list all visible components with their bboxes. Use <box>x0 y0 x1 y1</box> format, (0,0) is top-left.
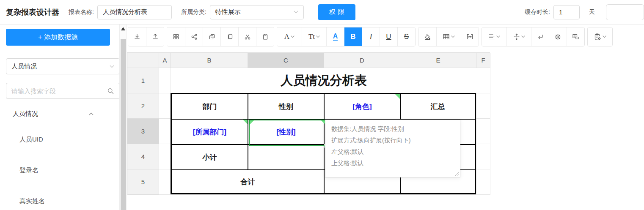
cell-b2[interactable]: 部门 <box>172 94 248 120</box>
cell-f4[interactable] <box>476 144 490 169</box>
cell-c2[interactable]: 性别 <box>248 94 325 120</box>
duplicate-button[interactable] <box>220 27 238 46</box>
col-header-c[interactable]: C <box>248 53 324 68</box>
col-header-b[interactable]: B <box>171 53 248 68</box>
font-color-button[interactable]: A <box>326 27 344 46</box>
fill-color-button[interactable] <box>418 27 436 46</box>
scissors-icon <box>244 33 251 40</box>
cell-b4[interactable]: 小计 <box>172 145 248 170</box>
category-select[interactable]: 特性展示 <box>210 5 304 19</box>
overlapping-cells-icon <box>572 33 579 40</box>
cell-attributes-button[interactable] <box>567 27 584 46</box>
strikethrough-button[interactable]: S <box>397 27 415 46</box>
cell-d2-role-field[interactable]: [角色] <box>325 94 401 120</box>
dataset-section-header[interactable]: 人员情况 <box>0 104 120 124</box>
cache-duration-input[interactable] <box>553 5 580 19</box>
merge-cells-button[interactable] <box>461 27 479 46</box>
dataset-select[interactable]: 人员情况 <box>6 58 120 74</box>
col-header-a[interactable]: A <box>159 53 171 68</box>
share-button[interactable] <box>185 27 203 46</box>
report-title-cell[interactable]: 人员情况分析表 <box>171 68 476 93</box>
cut-button[interactable] <box>238 27 256 46</box>
duplicate-page-icon <box>226 33 233 40</box>
chevron-down-icon <box>521 35 525 38</box>
settings-button[interactable] <box>549 27 567 46</box>
font-family-button[interactable]: A <box>277 27 302 46</box>
topbar-clipped-button[interactable] <box>606 4 644 20</box>
vertical-align-button[interactable] <box>506 27 531 46</box>
col-header-f[interactable]: F <box>476 53 490 68</box>
bold-button[interactable]: B <box>344 27 362 46</box>
col-header-e[interactable]: E <box>400 53 476 68</box>
cell-c4[interactable] <box>248 145 325 170</box>
wrap-return-icon <box>537 33 544 40</box>
field-item-realname[interactable]: 真实姓名 <box>0 186 119 210</box>
wrap-text-button[interactable] <box>531 27 549 46</box>
sidebar-scrollbar[interactable] <box>119 25 127 210</box>
cell-b3-label: [所属部门] <box>193 127 226 137</box>
copy-button[interactable] <box>203 27 220 46</box>
italic-label: I <box>370 33 372 41</box>
export-download-button[interactable] <box>128 27 146 46</box>
datasource-sidebar: + 添加数据源 人员情况 人员情况 人员UID 登录名 真实姓名 <box>0 25 127 210</box>
strikethrough-label: S <box>404 33 409 41</box>
chevron-up-icon <box>89 112 94 115</box>
horizontal-align-button[interactable] <box>482 27 506 46</box>
underline-button[interactable]: U <box>380 27 397 46</box>
paste-options-button[interactable] <box>588 27 612 46</box>
cell-e2[interactable]: 汇总 <box>401 94 475 120</box>
cell-b5-total[interactable]: 合计 <box>172 170 325 193</box>
tooltip-line-left-parent: 左父格:默认 <box>331 146 454 158</box>
chevron-down-icon <box>496 35 500 38</box>
field-item-uid[interactable]: 人员UID <box>0 124 119 155</box>
field-search-input[interactable] <box>11 87 107 95</box>
row-header-5[interactable]: 5 <box>127 169 159 195</box>
merge-cells-icon <box>466 33 473 40</box>
cell-a1[interactable] <box>159 68 171 93</box>
row-header-2[interactable]: 2 <box>127 93 159 119</box>
expand-marker-icon <box>395 94 400 99</box>
grid-corner[interactable] <box>127 53 159 68</box>
app-title: 复杂报表设计器 <box>6 7 59 17</box>
cell-f1[interactable] <box>476 68 490 93</box>
cell-f5[interactable] <box>476 169 490 195</box>
cell-a5[interactable] <box>159 169 171 195</box>
search-icon <box>107 87 114 95</box>
cache-duration-label: 缓存时长: <box>525 8 550 16</box>
grid-icon <box>173 33 179 40</box>
italic-button[interactable]: I <box>362 27 380 46</box>
borders-button[interactable] <box>436 27 461 46</box>
cell-f2[interactable] <box>476 93 490 119</box>
permission-button[interactable]: 权限 <box>318 4 355 20</box>
paste-button[interactable] <box>256 27 274 46</box>
cell-selection-outline[interactable] <box>249 120 326 146</box>
add-datasource-button[interactable]: + 添加数据源 <box>6 29 110 46</box>
cell-a3[interactable] <box>159 119 171 144</box>
scrollbar-thumb[interactable] <box>121 39 126 210</box>
bold-label: B <box>350 33 355 41</box>
share-icon <box>191 33 198 40</box>
cell-a4[interactable] <box>159 144 171 169</box>
cell-a2[interactable] <box>159 93 171 119</box>
format-toolbar: A Tt A B I U <box>128 27 644 46</box>
dataset-select-value: 人员情况 <box>11 63 37 71</box>
chevron-down-icon <box>291 35 294 38</box>
gear-icon <box>554 33 561 41</box>
category-select-value: 特性展示 <box>215 8 241 16</box>
tooltip-line-expand: 扩展方式:纵向扩展(按行向下) <box>331 135 454 146</box>
cell-b3-department-field[interactable]: [所属部门] <box>172 120 248 145</box>
import-upload-button[interactable] <box>146 27 164 46</box>
row-header-3[interactable]: 3 <box>127 119 159 144</box>
col-header-d[interactable]: D <box>324 53 400 68</box>
report-name-input[interactable] <box>97 5 172 19</box>
row-header-4[interactable]: 4 <box>127 144 159 169</box>
font-size-label: Tt <box>308 33 315 41</box>
tooltip-line-dataset: 数据集:人员情况 字段:性别 <box>331 123 454 135</box>
scroll-up-icon[interactable] <box>121 27 125 30</box>
cell-f3[interactable] <box>476 119 490 144</box>
row-header-1[interactable]: 1 <box>127 68 159 93</box>
components-grid-button[interactable] <box>167 27 185 46</box>
field-item-login[interactable]: 登录名 <box>0 155 119 186</box>
font-size-button[interactable]: Tt <box>302 27 326 46</box>
resize-handle-icon[interactable] <box>455 172 459 176</box>
